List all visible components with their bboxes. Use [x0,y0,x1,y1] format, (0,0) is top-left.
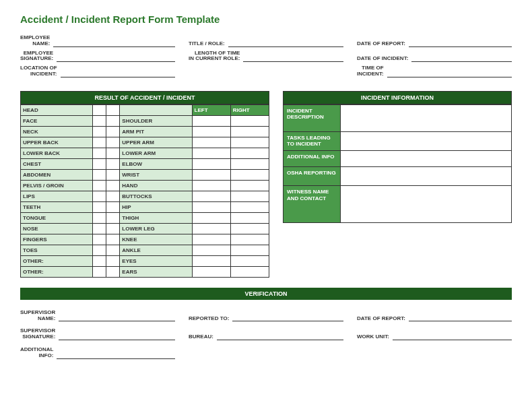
body-checkbox[interactable] [192,266,230,277]
body-part-label: TONGUE [21,212,93,223]
bureau-label: BUREAU: [189,334,213,340]
body-checkbox[interactable] [230,245,269,255]
body-checkbox[interactable] [192,191,230,201]
body-parts-table: HEADLEFTRIGHTFACESHOULDERNECKARM PITUPPE… [20,104,269,278]
body-checkbox[interactable] [93,255,106,266]
body-checkbox[interactable] [93,223,106,234]
body-checkbox[interactable] [106,245,120,255]
body-checkbox[interactable] [93,158,106,169]
body-part-label: EARS [120,266,192,277]
body-checkbox[interactable] [230,137,269,148]
length-time-input[interactable] [243,54,343,62]
body-checkbox[interactable] [93,201,106,212]
body-checkbox[interactable] [93,212,106,223]
incident-info-table: INCIDENT DESCRIPTIONTASKS LEADING TO INC… [283,104,512,223]
body-checkbox[interactable] [230,201,269,212]
body-checkbox[interactable] [93,191,106,201]
reported-to-input[interactable] [232,313,343,321]
body-checkbox[interactable] [106,212,120,223]
body-part-label: LOWER ARM [120,148,192,158]
body-checkbox[interactable] [106,234,120,245]
body-checkbox[interactable] [192,255,230,266]
body-part-label: NECK [21,126,93,137]
body-checkbox[interactable] [106,255,120,266]
body-checkbox[interactable] [93,234,106,245]
info-row-input[interactable] [341,166,512,185]
right-header: RIGHT [230,104,269,115]
date-incident-input[interactable] [411,54,512,62]
additional-info-input[interactable] [57,351,175,359]
body-checkbox[interactable] [192,201,230,212]
body-checkbox[interactable] [93,148,106,158]
body-checkbox[interactable] [230,126,269,137]
body-checkbox[interactable] [106,137,120,148]
employee-name-label: EMPLOYEE NAME: [20,35,50,47]
body-part-label: NOSE [21,223,93,234]
body-checkbox[interactable] [106,126,120,137]
body-checkbox[interactable] [106,266,120,277]
body-checkbox[interactable] [230,255,269,266]
body-checkbox[interactable] [192,158,230,169]
info-row-label: TASKS LEADING TO INCIDENT [284,131,341,150]
body-checkbox[interactable] [106,148,120,158]
body-checkbox[interactable] [192,115,230,126]
body-checkbox[interactable] [192,212,230,223]
body-checkbox[interactable] [106,180,120,191]
body-checkbox[interactable] [93,104,106,115]
body-checkbox[interactable] [106,191,120,201]
body-checkbox[interactable] [93,245,106,255]
time-incident-input[interactable] [387,69,512,77]
body-checkbox[interactable] [192,137,230,148]
left-header: LEFT [192,104,230,115]
body-checkbox[interactable] [230,234,269,245]
time-incident-label: TIME OF INCIDENT: [357,65,384,77]
body-checkbox[interactable] [192,148,230,158]
info-row-input[interactable] [341,185,512,222]
body-checkbox[interactable] [93,115,106,126]
info-row-input[interactable] [341,150,512,166]
body-checkbox[interactable] [106,158,120,169]
body-checkbox[interactable] [192,180,230,191]
body-checkbox[interactable] [230,180,269,191]
body-checkbox[interactable] [106,223,120,234]
body-checkbox[interactable] [192,234,230,245]
body-checkbox[interactable] [106,169,120,180]
date-report-input[interactable] [409,39,512,47]
body-checkbox[interactable] [230,148,269,158]
body-checkbox[interactable] [192,169,230,180]
body-checkbox[interactable] [93,180,106,191]
body-checkbox[interactable] [230,169,269,180]
body-checkbox[interactable] [93,266,106,277]
body-checkbox[interactable] [230,115,269,126]
verification-section: SUPERVISOR NAME: REPORTED TO: DATE OF RE… [20,310,512,359]
work-unit-label: WORK UNIT: [357,334,389,340]
info-row-input[interactable] [341,104,512,131]
body-checkbox[interactable] [192,126,230,137]
body-checkbox[interactable] [230,266,269,277]
title-role-input[interactable] [228,39,343,47]
body-checkbox[interactable] [93,169,106,180]
bureau-input[interactable] [217,332,343,340]
body-checkbox[interactable] [106,104,120,115]
location-incident-label: LOCATION OF INCIDENT: [20,65,57,77]
body-part-label: HEAD [21,104,93,115]
info-row-input[interactable] [341,131,512,150]
body-checkbox[interactable] [230,212,269,223]
body-checkbox[interactable] [93,137,106,148]
body-checkbox[interactable] [93,126,106,137]
location-incident-input[interactable] [61,69,175,77]
body-checkbox[interactable] [106,201,120,212]
body-part-blank [120,104,192,115]
body-checkbox[interactable] [106,115,120,126]
work-unit-input[interactable] [393,332,512,340]
employee-signature-input[interactable] [57,54,175,62]
body-checkbox[interactable] [230,223,269,234]
supervisor-name-input[interactable] [59,313,175,321]
employee-name-input[interactable] [53,39,175,47]
verif-date-report-input[interactable] [409,313,512,321]
body-checkbox[interactable] [192,245,230,255]
body-checkbox[interactable] [192,223,230,234]
body-checkbox[interactable] [230,158,269,169]
supervisor-signature-input[interactable] [59,332,175,340]
body-checkbox[interactable] [230,191,269,201]
